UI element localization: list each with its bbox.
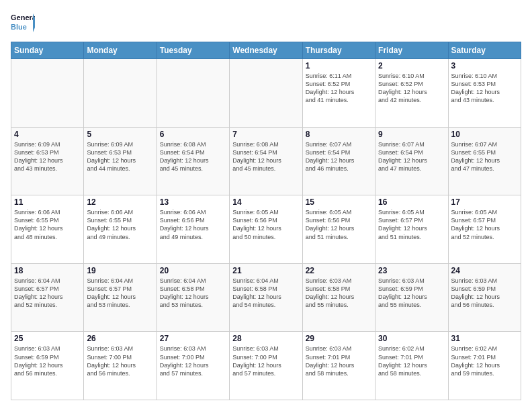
- day-number: 22: [306, 266, 372, 275]
- day-info: Sunrise: 6:06 AM Sunset: 6:56 PM Dayligh…: [160, 208, 226, 241]
- day-info: Sunrise: 6:03 AM Sunset: 6:58 PM Dayligh…: [306, 277, 372, 310]
- calendar-week-2: 4Sunrise: 6:09 AM Sunset: 6:53 PM Daylig…: [11, 127, 521, 195]
- day-number: 19: [87, 266, 153, 275]
- calendar-cell-12: 12Sunrise: 6:06 AM Sunset: 6:55 PM Dayli…: [84, 195, 157, 264]
- day-number: 23: [378, 266, 445, 275]
- day-info: Sunrise: 6:03 AM Sunset: 6:59 PM Dayligh…: [378, 277, 445, 310]
- day-number: 21: [232, 266, 299, 275]
- calendar-cell-1: 1Sunrise: 6:11 AM Sunset: 6:52 PM Daylig…: [302, 59, 375, 128]
- day-info: Sunrise: 6:10 AM Sunset: 6:53 PM Dayligh…: [451, 72, 518, 105]
- svg-text:Blue: Blue: [11, 23, 27, 31]
- calendar-cell-16: 16Sunrise: 6:05 AM Sunset: 6:57 PM Dayli…: [375, 195, 448, 264]
- day-info: Sunrise: 6:05 AM Sunset: 6:57 PM Dayligh…: [378, 208, 445, 241]
- day-number: 26: [87, 334, 153, 343]
- calendar-cell-10: 10Sunrise: 6:07 AM Sunset: 6:55 PM Dayli…: [448, 127, 521, 195]
- day-number: 24: [451, 266, 518, 275]
- calendar-cell-17: 17Sunrise: 6:05 AM Sunset: 6:57 PM Dayli…: [448, 195, 521, 264]
- calendar-cell-8: 8Sunrise: 6:07 AM Sunset: 6:54 PM Daylig…: [302, 127, 375, 195]
- day-number: 3: [451, 61, 518, 71]
- calendar-cell-empty: [11, 59, 84, 128]
- calendar-cell-24: 24Sunrise: 6:03 AM Sunset: 6:59 PM Dayli…: [448, 263, 521, 332]
- day-info: Sunrise: 6:03 AM Sunset: 7:00 PM Dayligh…: [160, 345, 226, 377]
- calendar-cell-13: 13Sunrise: 6:06 AM Sunset: 6:56 PM Dayli…: [157, 195, 229, 264]
- day-number: 31: [451, 334, 518, 343]
- calendar-cell-empty: [84, 59, 157, 128]
- day-number: 7: [232, 130, 299, 139]
- calendar-cell-30: 30Sunrise: 6:02 AM Sunset: 7:01 PM Dayli…: [375, 332, 448, 400]
- calendar-weekday-friday: Friday: [375, 42, 448, 59]
- day-info: Sunrise: 6:08 AM Sunset: 6:54 PM Dayligh…: [160, 140, 226, 173]
- calendar-week-3: 11Sunrise: 6:06 AM Sunset: 6:55 PM Dayli…: [11, 195, 521, 264]
- calendar-cell-empty: [157, 59, 229, 128]
- day-info: Sunrise: 6:03 AM Sunset: 6:59 PM Dayligh…: [14, 345, 81, 377]
- day-number: 1: [306, 61, 372, 71]
- day-info: Sunrise: 6:03 AM Sunset: 6:59 PM Dayligh…: [451, 277, 518, 310]
- calendar-cell-11: 11Sunrise: 6:06 AM Sunset: 6:55 PM Dayli…: [11, 195, 84, 264]
- day-number: 20: [160, 266, 226, 275]
- day-number: 8: [306, 130, 372, 139]
- calendar-cell-26: 26Sunrise: 6:03 AM Sunset: 7:00 PM Dayli…: [84, 332, 157, 400]
- day-number: 30: [378, 334, 445, 343]
- calendar-cell-9: 9Sunrise: 6:07 AM Sunset: 6:54 PM Daylig…: [375, 127, 448, 195]
- calendar-cell-22: 22Sunrise: 6:03 AM Sunset: 6:58 PM Dayli…: [302, 263, 375, 332]
- calendar-cell-20: 20Sunrise: 6:04 AM Sunset: 6:58 PM Dayli…: [157, 263, 229, 332]
- day-info: Sunrise: 6:06 AM Sunset: 6:55 PM Dayligh…: [87, 208, 153, 241]
- calendar-weekday-tuesday: Tuesday: [157, 42, 229, 59]
- calendar-cell-19: 19Sunrise: 6:04 AM Sunset: 6:57 PM Dayli…: [84, 263, 157, 332]
- calendar-cell-3: 3Sunrise: 6:10 AM Sunset: 6:53 PM Daylig…: [448, 59, 521, 128]
- day-info: Sunrise: 6:07 AM Sunset: 6:54 PM Dayligh…: [306, 140, 372, 173]
- calendar-cell-31: 31Sunrise: 6:02 AM Sunset: 7:01 PM Dayli…: [448, 332, 521, 400]
- day-number: 13: [160, 197, 226, 207]
- calendar-cell-15: 15Sunrise: 6:05 AM Sunset: 6:56 PM Dayli…: [302, 195, 375, 264]
- day-info: Sunrise: 6:02 AM Sunset: 7:01 PM Dayligh…: [451, 345, 518, 377]
- calendar-cell-7: 7Sunrise: 6:08 AM Sunset: 6:54 PM Daylig…: [230, 127, 302, 195]
- day-info: Sunrise: 6:04 AM Sunset: 6:57 PM Dayligh…: [87, 277, 153, 310]
- day-info: Sunrise: 6:04 AM Sunset: 6:57 PM Dayligh…: [14, 277, 81, 310]
- calendar-weekday-thursday: Thursday: [302, 42, 375, 59]
- day-number: 9: [378, 130, 445, 139]
- day-number: 11: [14, 197, 81, 207]
- calendar-table: SundayMondayTuesdayWednesdayThursdayFrid…: [11, 42, 521, 400]
- calendar-cell-4: 4Sunrise: 6:09 AM Sunset: 6:53 PM Daylig…: [11, 127, 84, 195]
- day-info: Sunrise: 6:05 AM Sunset: 6:57 PM Dayligh…: [451, 208, 518, 241]
- calendar-cell-18: 18Sunrise: 6:04 AM Sunset: 6:57 PM Dayli…: [11, 263, 84, 332]
- calendar-cell-2: 2Sunrise: 6:10 AM Sunset: 6:52 PM Daylig…: [375, 59, 448, 128]
- day-info: Sunrise: 6:05 AM Sunset: 6:56 PM Dayligh…: [306, 208, 372, 241]
- day-info: Sunrise: 6:04 AM Sunset: 6:58 PM Dayligh…: [160, 277, 226, 310]
- calendar-cell-23: 23Sunrise: 6:03 AM Sunset: 6:59 PM Dayli…: [375, 263, 448, 332]
- day-number: 17: [451, 197, 518, 207]
- day-info: Sunrise: 6:10 AM Sunset: 6:52 PM Dayligh…: [378, 72, 445, 105]
- day-number: 2: [378, 61, 445, 71]
- day-number: 10: [451, 130, 518, 139]
- day-info: Sunrise: 6:04 AM Sunset: 6:58 PM Dayligh…: [232, 277, 299, 310]
- header: General Blue: [11, 11, 521, 35]
- day-number: 15: [306, 197, 372, 207]
- calendar-weekday-saturday: Saturday: [448, 42, 521, 59]
- day-info: Sunrise: 6:07 AM Sunset: 6:54 PM Dayligh…: [378, 140, 445, 173]
- logo-svg: General Blue: [11, 11, 35, 35]
- calendar-weekday-monday: Monday: [84, 42, 157, 59]
- day-info: Sunrise: 6:11 AM Sunset: 6:52 PM Dayligh…: [306, 72, 372, 105]
- day-number: 16: [378, 197, 445, 207]
- calendar-header-row: SundayMondayTuesdayWednesdayThursdayFrid…: [11, 42, 521, 59]
- day-info: Sunrise: 6:03 AM Sunset: 7:00 PM Dayligh…: [87, 345, 153, 377]
- calendar-cell-27: 27Sunrise: 6:03 AM Sunset: 7:00 PM Dayli…: [157, 332, 229, 400]
- calendar-cell-25: 25Sunrise: 6:03 AM Sunset: 6:59 PM Dayli…: [11, 332, 84, 400]
- calendar-cell-21: 21Sunrise: 6:04 AM Sunset: 6:58 PM Dayli…: [230, 263, 302, 332]
- calendar-cell-29: 29Sunrise: 6:03 AM Sunset: 7:01 PM Dayli…: [302, 332, 375, 400]
- calendar-cell-5: 5Sunrise: 6:09 AM Sunset: 6:53 PM Daylig…: [84, 127, 157, 195]
- day-number: 27: [160, 334, 226, 343]
- svg-text:General: General: [11, 13, 35, 21]
- calendar-weekday-sunday: Sunday: [11, 42, 84, 59]
- day-info: Sunrise: 6:06 AM Sunset: 6:55 PM Dayligh…: [14, 208, 81, 241]
- day-info: Sunrise: 6:09 AM Sunset: 6:53 PM Dayligh…: [14, 140, 81, 173]
- calendar-week-1: 1Sunrise: 6:11 AM Sunset: 6:52 PM Daylig…: [11, 59, 521, 128]
- day-number: 14: [232, 197, 299, 207]
- calendar-cell-6: 6Sunrise: 6:08 AM Sunset: 6:54 PM Daylig…: [157, 127, 229, 195]
- day-number: 29: [306, 334, 372, 343]
- page: General Blue SundayMondayTuesdayWednesda…: [0, 0, 532, 411]
- day-info: Sunrise: 6:05 AM Sunset: 6:56 PM Dayligh…: [232, 208, 299, 241]
- day-number: 6: [160, 130, 226, 139]
- day-info: Sunrise: 6:03 AM Sunset: 7:01 PM Dayligh…: [306, 345, 372, 377]
- logo: General Blue: [11, 11, 35, 35]
